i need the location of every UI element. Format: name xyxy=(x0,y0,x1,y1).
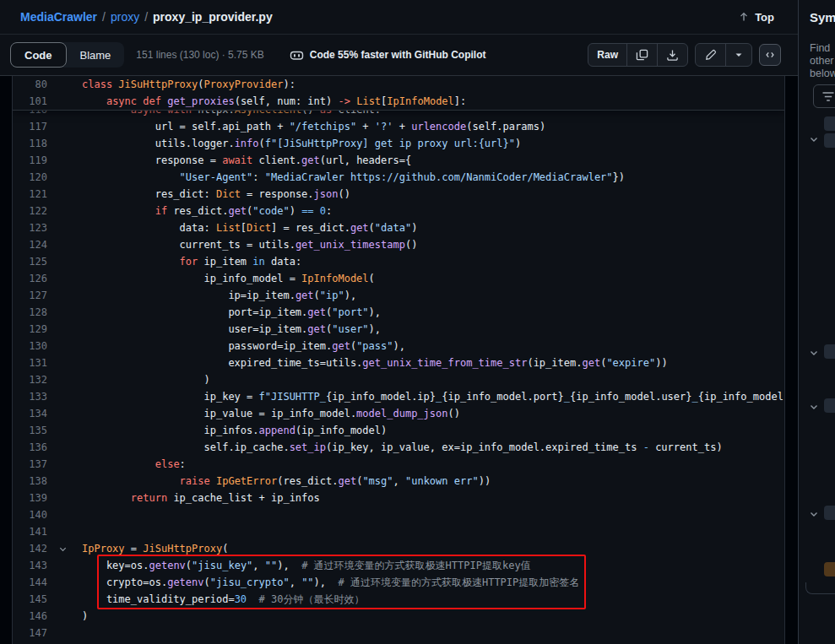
breadcrumb-repo-link[interactable]: MediaCrawler xyxy=(20,10,97,24)
line-number[interactable]: 140 xyxy=(13,506,47,523)
symbol-pill[interactable] xyxy=(824,344,835,359)
line-number[interactable]: 129 xyxy=(13,321,47,338)
gutter xyxy=(47,118,82,135)
gutter xyxy=(47,287,82,304)
chevron-down-icon[interactable] xyxy=(809,133,821,144)
gutter xyxy=(47,321,82,338)
code-brackets-icon xyxy=(764,49,776,61)
download-button[interactable] xyxy=(657,44,687,66)
download-icon xyxy=(666,49,679,62)
line-number[interactable]: 134 xyxy=(13,405,47,422)
line-number[interactable]: 123 xyxy=(13,219,47,236)
line-number[interactable]: 132 xyxy=(13,371,47,388)
code-text: ip=ip_item.get("ip"), xyxy=(82,287,784,304)
code-text xyxy=(82,625,784,641)
line-number[interactable]: 128 xyxy=(13,304,47,321)
code-line: 140 xyxy=(13,506,784,523)
line-number[interactable]: 142 xyxy=(13,540,47,557)
line-number[interactable]: 116 xyxy=(13,110,47,118)
gutter xyxy=(47,169,82,186)
line-number[interactable]: 126 xyxy=(13,270,47,287)
line-number[interactable]: 130 xyxy=(13,338,47,354)
line-number[interactable]: 138 xyxy=(13,473,47,490)
code-text: response = await client.get(url, headers… xyxy=(82,152,784,169)
sticky-context-lines: 80class JiSuHttpProxy(ProxyProvider):101… xyxy=(13,76,784,110)
chevron-down-icon[interactable] xyxy=(809,346,821,358)
caret-down-icon xyxy=(735,51,743,59)
code-text: self.ip_cache.set_ip(ip_key, ip_value, e… xyxy=(82,439,784,456)
code-line: 121 res_dict: Dict = response.json() xyxy=(13,186,784,203)
code-line: 145 time_validity_period=30 # 30分钟（最长时效） xyxy=(13,591,784,608)
line-number[interactable]: 125 xyxy=(13,253,47,270)
symbol-pill[interactable] xyxy=(824,133,835,148)
copy-button[interactable] xyxy=(626,44,657,66)
line-number[interactable]: 136 xyxy=(13,439,47,456)
symbols-description-line: Find xyxy=(810,42,835,55)
back-to-top-button[interactable]: Top xyxy=(738,11,774,24)
line-number[interactable]: 120 xyxy=(13,169,47,186)
line-number[interactable]: 118 xyxy=(13,135,47,152)
code-line: 144 crypto=os.getenv("jisu_crypto", ""),… xyxy=(13,574,784,591)
line-number[interactable]: 119 xyxy=(13,152,47,169)
line-number[interactable]: 146 xyxy=(13,608,47,625)
chevron-down-icon[interactable] xyxy=(809,400,821,412)
code-blame-switcher: Code Blame xyxy=(10,42,124,68)
code-text: utils.logger.info(f"[JiSuHttpProxy] get … xyxy=(82,135,784,152)
line-number[interactable]: 147 xyxy=(13,625,47,641)
code-text: ip_infos.append(ip_info_model) xyxy=(82,422,784,439)
pencil-icon xyxy=(704,49,717,62)
line-number[interactable]: 101 xyxy=(13,93,47,110)
line-number[interactable]: 141 xyxy=(13,523,47,540)
code-text: async with httpx.AsyncClient() as client… xyxy=(82,110,784,118)
code-text: "User-Agent": "MediaCrawler https://gith… xyxy=(82,169,784,186)
code-line: 138 raise IpGetError(res_dict.get("msg",… xyxy=(13,473,784,490)
tab-code[interactable]: Code xyxy=(10,42,67,68)
chevron-down-icon[interactable] xyxy=(809,507,821,519)
edit-button[interactable] xyxy=(696,44,725,66)
code-text: return ip_cache_list + ip_infos xyxy=(82,490,784,506)
edit-dropdown-button[interactable] xyxy=(725,44,751,66)
panel-card-corner xyxy=(805,582,835,594)
gutter xyxy=(47,490,82,506)
line-number[interactable]: 80 xyxy=(13,76,47,93)
code-text: crypto=os.getenv("jisu_crypto", ""), # 通… xyxy=(82,574,784,591)
line-number[interactable]: 124 xyxy=(13,236,47,253)
gutter xyxy=(47,354,82,371)
line-number[interactable]: 117 xyxy=(13,118,47,135)
code-text: raise IpGetError(res_dict.get("msg", "un… xyxy=(82,473,784,490)
line-number[interactable]: 139 xyxy=(13,490,47,506)
raw-button[interactable]: Raw xyxy=(588,44,626,66)
line-number[interactable]: 127 xyxy=(13,287,47,304)
code-line: 132 ) xyxy=(13,371,784,388)
line-number[interactable]: 122 xyxy=(13,203,47,219)
symbol-pill[interactable] xyxy=(824,116,835,131)
code-text: password=ip_item.get("pass"), xyxy=(82,338,784,354)
code-text xyxy=(82,506,784,523)
symbol-pill[interactable] xyxy=(824,506,835,520)
gutter xyxy=(47,506,82,523)
line-number[interactable]: 137 xyxy=(13,456,47,473)
code-text: ip_info_model = IpInfoModel( xyxy=(82,270,784,287)
filter-button[interactable] xyxy=(813,84,835,108)
arrow-up-icon xyxy=(738,11,750,23)
code-text: port=ip_item.get("port"), xyxy=(82,304,784,321)
line-number[interactable]: 131 xyxy=(13,354,47,371)
collapse-chevron-icon[interactable] xyxy=(47,540,82,557)
code-line: 135 ip_infos.append(ip_info_model) xyxy=(13,422,784,439)
gutter xyxy=(47,591,82,608)
symbol-pill[interactable] xyxy=(824,562,835,576)
code-line: 139 return ip_cache_list + ip_infos xyxy=(13,490,784,506)
line-number[interactable]: 145 xyxy=(13,591,47,608)
breadcrumb-folder-link[interactable]: proxy xyxy=(111,10,139,24)
line-number[interactable]: 135 xyxy=(13,422,47,439)
line-number[interactable]: 133 xyxy=(13,388,47,405)
code-text: ) xyxy=(82,608,784,625)
symbols-pane-toggle-button[interactable] xyxy=(759,44,781,66)
line-number[interactable]: 143 xyxy=(13,557,47,574)
tab-blame[interactable]: Blame xyxy=(67,42,125,68)
line-number[interactable]: 121 xyxy=(13,186,47,203)
line-number[interactable]: 144 xyxy=(13,574,47,591)
top-button-label: Top xyxy=(755,11,774,24)
symbols-panel-description: Find other below xyxy=(810,42,835,80)
symbol-pill[interactable] xyxy=(824,398,835,413)
